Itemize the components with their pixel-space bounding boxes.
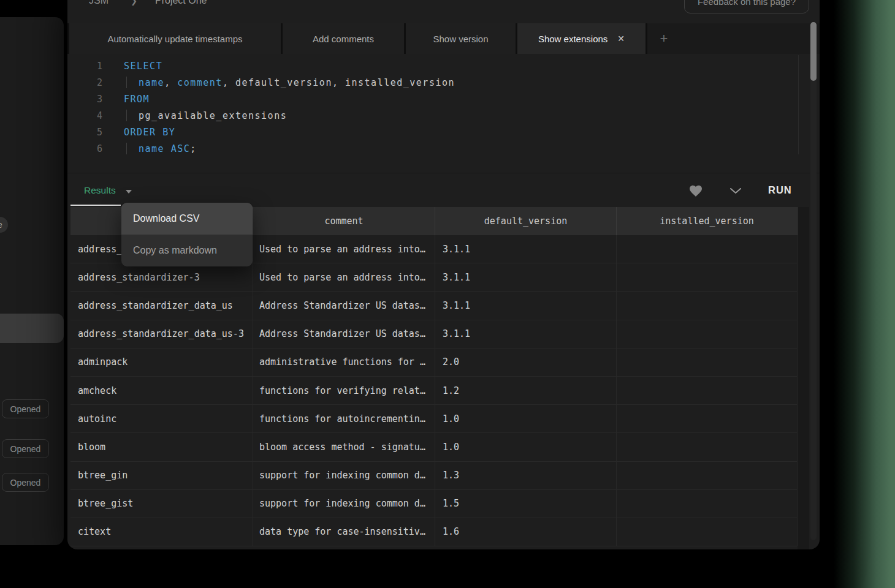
tab-show-extensions[interactable]: Show extensions✕ — [517, 23, 646, 54]
results-bar: Results RUN — [67, 173, 820, 207]
cell-comment[interactable]: functions for autoincrementin… — [253, 405, 435, 432]
cell-name[interactable]: btree_gist — [70, 490, 253, 518]
code-text: SELECT — [124, 61, 162, 72]
tab-bar: Automatically update timestampsAdd comme… — [67, 23, 820, 54]
collapse-results-chevron-icon[interactable] — [730, 188, 741, 194]
sidebar-selected-item[interactable] — [0, 314, 64, 343]
code-token: FROM — [124, 94, 150, 105]
code-token: , — [164, 77, 177, 88]
cell-comment[interactable]: administrative functions for … — [253, 349, 435, 376]
line-number: 3 — [67, 94, 102, 105]
cell-installed_version[interactable] — [617, 377, 798, 404]
opened-badge: Opened — [2, 473, 49, 492]
line-number: 6 — [67, 143, 102, 154]
cell-name[interactable]: bloom — [70, 433, 253, 461]
line-number: 5 — [67, 127, 102, 138]
code-line: 1SELECT — [67, 58, 820, 74]
results-caret-icon[interactable] — [126, 190, 132, 194]
cell-installed_version[interactable] — [617, 235, 798, 263]
cell-name[interactable]: amcheck — [70, 377, 253, 404]
cell-installed_version[interactable] — [617, 405, 798, 432]
cell-default_version[interactable]: 2.0 — [435, 349, 617, 376]
column-header-comment[interactable]: comment — [253, 207, 435, 235]
tab-label: Show extensions — [538, 34, 607, 44]
close-tab-icon[interactable]: ✕ — [617, 34, 625, 43]
favorite-heart-icon[interactable] — [688, 184, 703, 197]
avatar[interactable]: e — [0, 217, 8, 233]
run-button[interactable]: RUN — [768, 184, 792, 196]
column-header-installed-version[interactable]: installed_version — [617, 207, 798, 235]
cell-comment[interactable]: support for indexing common d… — [253, 490, 435, 518]
cell-default_version[interactable]: 1.5 — [435, 490, 617, 518]
code-text: ORDER BY — [124, 127, 175, 138]
breadcrumb-org[interactable]: JSM — [89, 0, 109, 6]
cell-name[interactable]: btree_gin — [70, 462, 253, 489]
cell-name[interactable]: citext — [70, 518, 253, 546]
cell-name[interactable]: address_standardizer_data_us-3 — [70, 320, 253, 348]
cell-installed_version[interactable] — [617, 292, 798, 319]
code-text: FROM — [124, 94, 150, 105]
cell-default_version[interactable]: 1.3 — [435, 462, 617, 489]
sql-editor[interactable]: 1SELECT2name, comment, default_version, … — [67, 54, 820, 173]
cell-default_version[interactable]: 1.2 — [435, 377, 617, 404]
cell-default_version[interactable]: 1.6 — [435, 518, 617, 546]
cell-name[interactable]: adminpack — [70, 349, 253, 376]
results-dropdown[interactable]: Results — [84, 185, 116, 196]
table-row: bloombloom access method - signatu…1.0 — [70, 433, 798, 461]
cell-installed_version[interactable] — [617, 518, 798, 546]
cell-comment[interactable]: data type for case-insensitiv… — [253, 518, 435, 546]
cell-comment[interactable]: bloom access method - signatu… — [253, 433, 435, 461]
cell-installed_version[interactable] — [617, 433, 798, 461]
window-scrollbar-track[interactable] — [810, 22, 817, 540]
tab-label: Show version — [433, 34, 488, 44]
cell-installed_version[interactable] — [617, 462, 798, 489]
menu-item-copy-as-markdown[interactable]: Copy as markdown — [121, 235, 253, 266]
code-token: name — [139, 143, 164, 154]
cell-default_version[interactable]: 3.1.1 — [435, 235, 617, 263]
tab-automatically-update-timestamps[interactable]: Automatically update timestamps — [69, 23, 281, 54]
table-row: address_standardizer-3Used to parse an a… — [70, 263, 798, 292]
window-scrollbar-thumb[interactable] — [810, 22, 817, 81]
code-line: 2name, comment, default_version, install… — [67, 74, 820, 91]
cell-comment[interactable]: support for indexing common d… — [253, 462, 435, 489]
cell-installed_version[interactable] — [617, 263, 798, 291]
cell-comment[interactable]: Used to parse an address into… — [253, 263, 435, 291]
menu-item-download-csv[interactable]: Download CSV — [121, 203, 253, 235]
cell-default_version[interactable]: 3.1.1 — [435, 292, 617, 319]
desktop-background — [820, 0, 895, 588]
code-line: 6name ASC; — [67, 140, 820, 157]
line-number: 1 — [67, 61, 102, 72]
tab-add-comments[interactable]: Add comments — [283, 23, 404, 54]
tab-label: Automatically update timestamps — [107, 34, 242, 44]
code-line: 3FROM — [67, 91, 820, 107]
code-token: SELECT — [124, 61, 162, 72]
new-tab-button[interactable]: + — [655, 23, 673, 54]
editor-scroll-divider — [798, 55, 799, 154]
table-row: autoincfunctions for autoincrementin…1.0 — [70, 405, 798, 433]
cell-default_version[interactable]: 1.0 — [435, 433, 617, 461]
table-row: btree_gistsupport for indexing common d…… — [70, 490, 798, 518]
table-row: amcheckfunctions for verifying relat…1.2 — [70, 377, 798, 405]
cell-comment[interactable]: Address Standardizer US datas… — [253, 320, 435, 348]
feedback-button[interactable]: Feedback on this page? — [684, 0, 809, 13]
cell-installed_version[interactable] — [617, 349, 798, 376]
cell-default_version[interactable]: 1.0 — [435, 405, 617, 432]
cell-default_version[interactable]: 3.1.1 — [435, 320, 617, 348]
cell-comment[interactable]: Address Standardizer US datas… — [253, 292, 435, 319]
cell-name[interactable]: address_standardizer-3 — [70, 263, 253, 291]
sql-editor-window: JSM ❯ Project One Feedback on this page?… — [67, 0, 820, 549]
cell-installed_version[interactable] — [617, 490, 798, 518]
tab-show-version[interactable]: Show version — [406, 23, 516, 54]
cell-comment[interactable]: functions for verifying relat… — [253, 377, 435, 404]
cell-comment[interactable]: Used to parse an address into… — [253, 235, 435, 263]
breadcrumb-project[interactable]: Project One — [155, 0, 207, 6]
indent-guide-icon — [126, 143, 139, 154]
cell-installed_version[interactable] — [617, 320, 798, 348]
code-token: ASC — [171, 143, 191, 154]
cell-name[interactable]: address_standardizer_data_us — [70, 292, 253, 319]
column-header-default-version[interactable]: default_version — [435, 207, 617, 235]
opened-badge: Opened — [2, 439, 49, 458]
cell-name[interactable]: autoinc — [70, 405, 253, 432]
cell-default_version[interactable]: 3.1.1 — [435, 263, 617, 291]
sidebar-panel: e OpenedOpenedOpened — [0, 17, 64, 545]
